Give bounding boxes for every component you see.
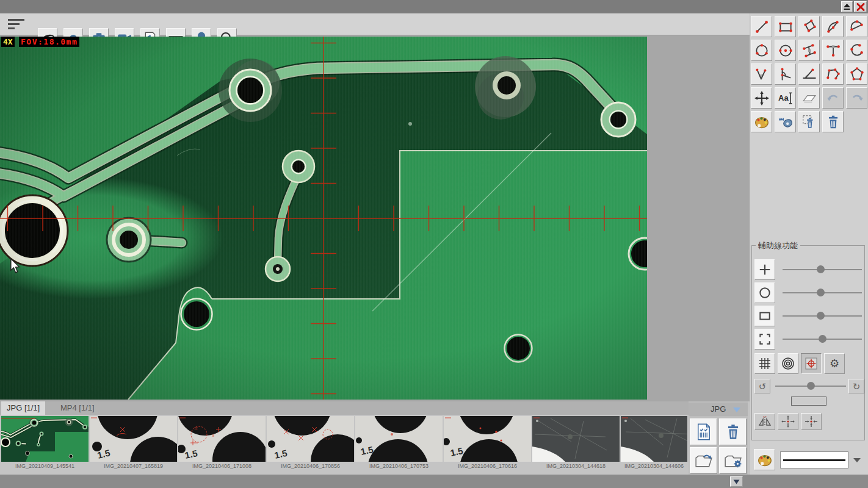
thumbnail-image-dots: 1.5 [90,416,177,462]
tool-parallel-lines[interactable] [798,40,820,61]
palette-icon [757,452,773,468]
move-tool-icon [754,90,770,106]
thumbnail-8[interactable] [621,416,687,462]
parallel-lines-tool-icon [801,43,817,59]
mirror-icon [758,415,772,428]
batch-check-button[interactable] [690,418,717,445]
thumbnail-image-dots: 1.5 [267,416,354,462]
guide-rectangle-slider[interactable] [783,312,862,320]
slider-thumb[interactable] [807,382,815,390]
tool-redo[interactable] [846,87,867,109]
tool-rotated-rectangle[interactable] [798,16,820,37]
line-color-button[interactable] [754,449,775,470]
tool-center-circle[interactable] [775,40,796,61]
down-arrow-icon [733,479,740,484]
transform-mirror-button[interactable] [754,413,775,430]
tool-perpendicular[interactable] [822,40,844,61]
delete-image-button[interactable] [719,418,747,445]
tool-calibrate[interactable] [775,111,796,132]
thumbnail-image-dots: 1.5 [444,416,531,462]
export-folder-button[interactable] [690,447,717,474]
slider-thumb[interactable] [817,289,825,296]
thumbnail-filename: IMG_20210406_170753 [355,463,443,470]
image-viewport[interactable]: 4X FOV:18.0mm [0,37,647,400]
collapse-filmstrip-button[interactable] [730,476,743,487]
guide-circle-slider[interactable] [783,289,862,297]
arc-segment-tool-icon [849,19,865,35]
folder-settings-button[interactable] [719,447,747,474]
gear-icon: ⚙ [830,358,839,369]
thumbnail-image-dots: 128 1.5 [178,416,266,462]
close-x-icon [856,3,865,11]
line-width-select[interactable] [780,451,848,468]
tab-mp4[interactable]: MP4 [1/1] [55,401,100,415]
guide-frame-slider[interactable] [783,335,862,343]
thumbnail-5[interactable]: 1.5 [355,416,443,462]
tool-angle-baseline[interactable] [798,63,820,85]
rotate-ccw-button[interactable]: ↺ [754,379,770,393]
overlay-settings-button[interactable]: ⚙ [824,353,845,374]
mouse-cursor [9,258,22,274]
tab-jpg[interactable]: JPG [1/1] [1,401,45,415]
tool-angle-ray[interactable] [775,63,796,85]
slider-thumb[interactable] [817,265,825,273]
svg-text:8: 8 [212,434,214,437]
converge-icon [804,415,819,428]
transform-converge-button[interactable] [801,413,822,430]
rotation-slider[interactable] [775,382,846,390]
tool-polyline[interactable] [822,63,844,85]
format-select[interactable]: JPG [689,403,748,416]
tool-undo[interactable] [822,87,844,109]
tool-move[interactable] [751,87,772,109]
thumbnail-filename: IMG_20210409_145541 [1,463,89,470]
slider-thumb[interactable] [817,312,825,320]
guide-frame-button[interactable] [754,329,775,350]
svg-text:Aa: Aa [778,93,789,102]
tool-palette[interactable] [751,111,772,132]
arc-sector-tool-icon [825,19,841,35]
guide-crosshair-slider[interactable] [783,265,862,274]
tool-delete-selected[interactable] [798,111,820,132]
polyline-tool-icon [825,66,841,82]
tool-line[interactable] [751,16,772,37]
delete-selected-icon [801,114,817,130]
guide-panel: 輔助線功能 ⚙ ↺ ↻ [751,245,865,440]
menu-button[interactable] [7,17,28,32]
thumbnail-6[interactable]: 1.5 [444,416,531,462]
tool-three-point-arc[interactable] [846,40,867,61]
overlay-concentric-button[interactable] [778,353,798,374]
thumbnail-4[interactable]: 1.5 [267,416,354,462]
guide-crosshair-button[interactable] [754,259,775,280]
filmstrip-tabbar: JPG [1/1] MP4 [1/1] [0,401,689,415]
thumbnail-7[interactable] [532,416,620,462]
tool-polygon[interactable] [846,63,867,85]
text-tool-icon: Aa [778,90,794,106]
tool-arc-segment[interactable] [846,16,867,37]
tool-delete-all[interactable] [822,111,844,132]
tool-rectangle[interactable] [775,16,796,37]
folder-settings-icon [724,453,742,468]
line-width-dropdown-arrow[interactable] [853,457,861,463]
plane-tool-icon [801,90,817,106]
overlay-grid-button[interactable] [754,353,775,374]
close-button[interactable] [854,1,867,12]
collapse-panel-button[interactable] [841,1,853,12]
tool-arc-sector[interactable] [822,16,844,37]
thumbnail-3[interactable]: 128 1.5 [178,416,266,462]
fov-badge: FOV:18.0mm [19,37,79,47]
filmstrip-controls: JPG [689,401,748,475]
overlay-center-crosshair-button[interactable] [801,353,822,374]
tool-text[interactable]: Aa [775,87,796,109]
rotation-value-box[interactable] [791,396,826,406]
guide-circle-button[interactable] [754,282,775,303]
thumbnail-1[interactable] [1,416,89,462]
thumbnail-image-dots: 1.5 [355,416,443,462]
rotate-cw-button[interactable]: ↻ [848,379,864,393]
tool-plane[interactable] [798,87,820,109]
thumbnail-2[interactable]: 1.5 [90,416,177,462]
tool-angle-v[interactable] [751,63,772,85]
tool-circle[interactable] [751,40,772,61]
transform-spread-button[interactable] [778,413,798,430]
slider-thumb[interactable] [819,335,826,343]
guide-rectangle-button[interactable] [754,306,775,326]
